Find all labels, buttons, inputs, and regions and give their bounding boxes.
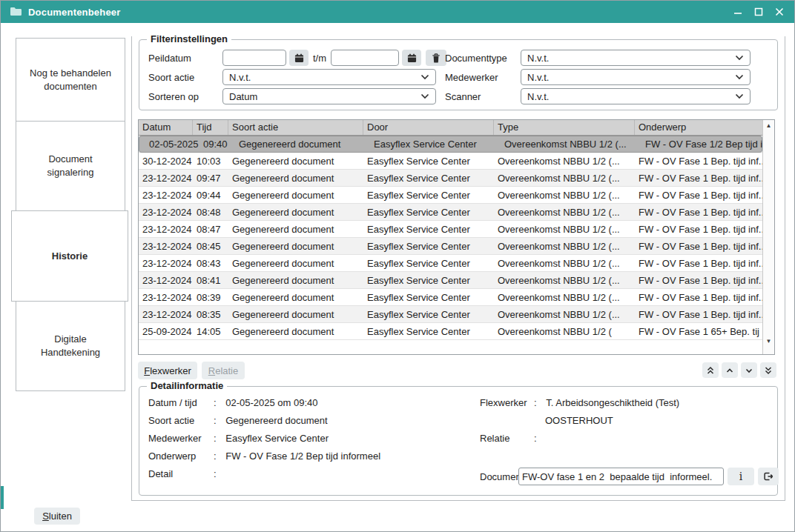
table-cell: Overeenkomst NBBU 1/2 (...	[494, 190, 635, 201]
relatie-button[interactable]: Relatie	[202, 362, 245, 379]
table-cell: Overeenkomst NBBU 1/2 (...	[494, 275, 635, 286]
tab-digitale-handtekening[interactable]: Digitale Handtekening	[16, 301, 125, 391]
column-header[interactable]: Door	[363, 120, 494, 135]
detail-label: Onderwerp	[148, 450, 214, 462]
table-cell: 02-05-2025	[145, 139, 199, 150]
table-cell: 08:43	[193, 258, 228, 269]
detail-row: Datum / tijd 02-05-2025 om 09:40	[148, 397, 318, 408]
table-cell: Easyflex Service Center	[363, 241, 494, 252]
table-row[interactable]: 23-12-202408:41Gegenereerd documentEasyf…	[139, 272, 762, 289]
table-cell: 23-12-2024	[139, 292, 193, 303]
scroll-last-button[interactable]	[760, 362, 776, 378]
table-cell: Gegenereerd document	[228, 207, 363, 218]
table-row[interactable]: 23-12-202408:35Gegenereerd documentEasyf…	[139, 306, 762, 323]
soort-actie-label: Soort actie	[148, 72, 194, 83]
tab-document-signalering[interactable]: Document signalering	[16, 121, 125, 211]
document-filename-input[interactable]	[518, 468, 724, 485]
medewerker-select[interactable]: N.v.t.	[521, 69, 751, 85]
column-header[interactable]: Type	[494, 120, 635, 135]
chevron-down-icon	[735, 74, 744, 80]
table-cell: Overeenkomst NBBU 1/2 (...	[494, 207, 635, 218]
table-cell: FW - OV Fase 1 Bep. tijd inf...	[635, 275, 764, 286]
table-cell: Easyflex Service Center	[363, 326, 494, 337]
tab-historie[interactable]: Historie	[11, 210, 128, 302]
table-row[interactable]: 23-12-202409:47Gegenereerd documentEasyf…	[139, 170, 762, 187]
clear-dates-button[interactable]	[426, 50, 446, 66]
peildatum-to-calendar-button[interactable]	[402, 50, 421, 66]
table-scrollbar[interactable]: ▲ ▼	[762, 120, 774, 354]
soort-actie-select[interactable]: N.v.t.	[222, 69, 436, 85]
table-row[interactable]: 02-05-202509:40Gegenereerd documentEasyf…	[139, 136, 762, 153]
table-row[interactable]: 23-12-202408:45Gegenereerd documentEasyf…	[139, 238, 762, 255]
tab-nog-te-behandelen-documenten[interactable]: Nog te behandelen documenten	[16, 38, 125, 122]
table-row[interactable]: 23-12-202408:47Gegenereerd documentEasyf…	[139, 221, 762, 238]
column-header[interactable]: Soort actie	[228, 120, 363, 135]
maximize-button[interactable]	[750, 1, 768, 23]
sluiten-button[interactable]: Sluiten	[34, 508, 80, 525]
scanner-select[interactable]: N.v.t.	[521, 88, 751, 104]
scroll-first-button[interactable]	[702, 362, 719, 378]
scroll-up-button[interactable]	[722, 362, 738, 378]
colon	[214, 468, 217, 479]
table-row[interactable]: 23-12-202409:44Gegenereerd documentEasyf…	[139, 187, 762, 204]
detail-row: Soort actie Gegenereerd document	[148, 415, 328, 426]
table-cell: 09:40	[199, 139, 235, 150]
sorteren-op-select[interactable]: Datum	[222, 88, 436, 104]
flexwerker-button[interactable]: Flexwerker	[138, 362, 197, 379]
document-info-button[interactable]: i	[728, 468, 754, 485]
table-cell: 23-12-2024	[139, 275, 193, 286]
table-cell: FW - OV Fase 1 Bep. tijd inf...	[635, 258, 764, 269]
colon	[214, 397, 217, 408]
table-cell: Easyflex Service Center	[363, 156, 494, 167]
chevron-double-up-icon	[706, 366, 715, 375]
documenttype-select[interactable]: N.v.t.	[521, 50, 751, 66]
peildatum-from-calendar-button[interactable]	[289, 50, 309, 66]
table-cell: Gegenereerd document	[228, 275, 363, 286]
detail-value: FW - OV Fase 1/2 Bep tijd informeel	[225, 450, 380, 462]
table-row[interactable]: 25-09-202414:05Gegenereerd documentEasyf…	[139, 323, 762, 340]
detail-row: Medewerker Easyflex Service Center	[148, 433, 329, 444]
table-cell: 08:35	[193, 309, 228, 320]
detail-value: T. Arbeidsongeschiktheid (Test)	[546, 397, 679, 408]
table-cell: 10:03	[193, 156, 228, 167]
colon	[214, 433, 217, 444]
table-cell: 23-12-2024	[139, 207, 193, 218]
table-cell: 08:41	[193, 275, 228, 286]
scrollbar-down-arrow-icon[interactable]: ▼	[763, 338, 774, 345]
table-cell: Overeenkomst NBBU 1/2 (	[494, 326, 635, 337]
peildatum-from-input[interactable]	[222, 50, 286, 66]
document-open-button[interactable]	[758, 468, 779, 485]
column-header[interactable]: Onderwerp	[635, 120, 764, 135]
table-cell: 23-12-2024	[139, 258, 193, 269]
table-cell: Easyflex Service Center	[363, 275, 494, 286]
table-cell: Overeenkomst NBBU 1/2 (...	[501, 139, 641, 150]
table-row[interactable]: 30-12-202410:03Gegenereerd documentEasyf…	[139, 153, 762, 170]
minimize-button[interactable]	[729, 1, 747, 23]
scroll-down-button[interactable]	[741, 362, 757, 378]
table-cell: 23-12-2024	[139, 241, 193, 252]
detail-label: Datum / tijd	[148, 397, 214, 408]
filter-groupbox: Filterinstellingen Peildatum t/m Documen…	[139, 39, 778, 110]
documenttype-label: Documenttype	[445, 53, 507, 64]
column-header[interactable]: Datum	[139, 120, 193, 135]
table-cell: FW - OV Fase 1 Bep. tijd inf...	[635, 309, 764, 320]
table-cell: Overeenkomst NBBU 1/2 (...	[494, 224, 635, 235]
close-button[interactable]	[771, 1, 788, 23]
table-row[interactable]: 23-12-202408:48Gegenereerd documentEasyf…	[139, 204, 762, 221]
filter-legend: Filterinstellingen	[147, 33, 231, 44]
table-row[interactable]: 23-12-202408:39Gegenereerd documentEasyf…	[139, 289, 762, 306]
chevron-down-icon	[420, 93, 429, 99]
column-header[interactable]: Tijd	[193, 120, 228, 135]
detail-label: Flexwerker	[480, 397, 534, 408]
window-edge-accent	[1, 486, 4, 509]
table-cell: 25-09-2024	[139, 326, 193, 337]
table-cell: 14:05	[193, 326, 228, 337]
folder-icon	[10, 6, 22, 19]
detail-legend: Detailinformatie	[147, 380, 227, 391]
chevron-up-icon	[725, 366, 734, 375]
detail-row: Relatie	[480, 433, 544, 444]
scrollbar-up-arrow-icon[interactable]: ▲	[763, 122, 774, 129]
peildatum-to-input[interactable]	[331, 50, 399, 66]
table-cell: Easyflex Service Center	[363, 258, 494, 269]
table-row[interactable]: 23-12-202408:43Gegenereerd documentEasyf…	[139, 255, 762, 272]
